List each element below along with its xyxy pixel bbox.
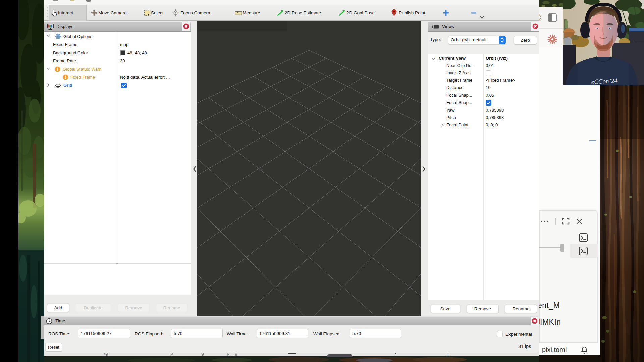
svg-text:eCCon’24: eCCon’24 xyxy=(591,77,618,85)
